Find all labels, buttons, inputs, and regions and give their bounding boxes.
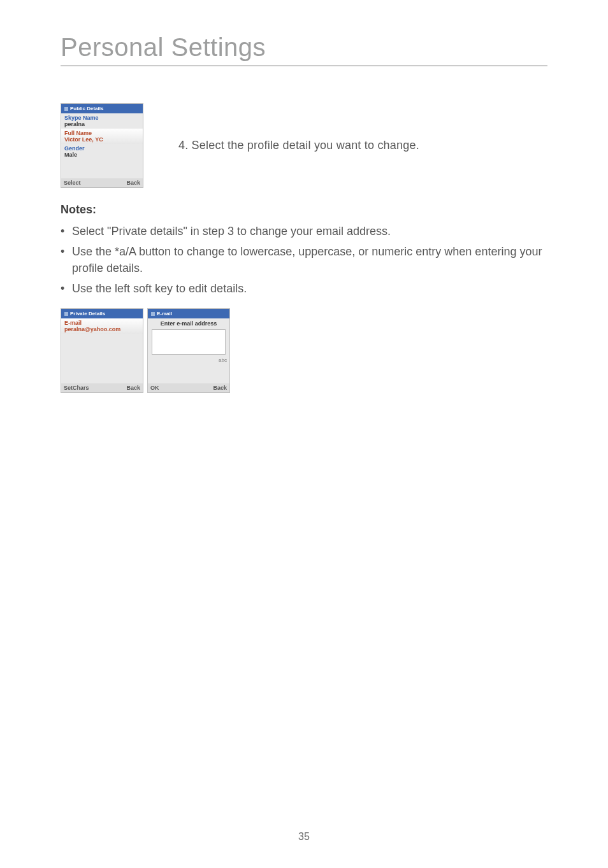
- mock2-f1-value: peralna@yahoo.com: [64, 326, 120, 332]
- note-item: Use the left soft key to edit details.: [61, 280, 547, 297]
- mock3-header: E-mail: [157, 311, 172, 317]
- mock2-field-email: E-mail peralna@yahoo.com: [61, 318, 143, 334]
- mock1-soft-left: Select: [64, 180, 81, 186]
- mock-private-details: Private Details E-mail peralna@yahoo.com…: [61, 308, 143, 393]
- mock3-abc: abc: [219, 357, 229, 363]
- mock1-f3-value: Male: [64, 152, 77, 158]
- mock3-soft-right: Back: [213, 385, 227, 391]
- step-row: Public Details Skype Name peralna Full N…: [61, 103, 547, 188]
- mock3-prompt: Enter e-mail address: [148, 318, 229, 327]
- mock2-header-bar: Private Details: [61, 309, 143, 318]
- square-icon: [64, 107, 68, 111]
- mock2-soft-left: SetChars: [64, 385, 89, 391]
- notes-heading: Notes:: [61, 203, 547, 217]
- mock1-f1-label: Skype Name: [64, 115, 140, 121]
- square-icon: [151, 312, 155, 316]
- mock1-field-fullname: Full Name Victor Lee, YC: [61, 129, 143, 144]
- page-number: 35: [0, 831, 608, 843]
- mock1-f2-value: Victor Lee, YC: [64, 136, 103, 143]
- mock3-header-bar: E-mail: [148, 309, 229, 318]
- mock3-softkeys: OK Back: [148, 383, 229, 392]
- mock-row-2: Private Details E-mail peralna@yahoo.com…: [61, 308, 547, 393]
- mock2-header: Private Details: [70, 311, 105, 317]
- page-title: Personal Settings: [61, 33, 547, 62]
- mock3-soft-left: OK: [150, 385, 159, 391]
- mock1-f3-label: Gender: [64, 145, 140, 152]
- title-rule: [61, 66, 547, 66]
- step-4-text: 4. Select the profile detail you want to…: [178, 139, 419, 152]
- mock2-f1-label: E-mail: [64, 320, 140, 326]
- mock-email-entry: E-mail Enter e-mail address abc OK Back: [147, 308, 230, 393]
- notes-list: Select "Private details" in step 3 to ch…: [61, 223, 547, 297]
- mock1-softkeys: Select Back: [61, 178, 143, 187]
- mock1-header: Public Details: [70, 106, 103, 111]
- mock1-header-bar: Public Details: [61, 104, 143, 113]
- mock1-f2-label: Full Name: [64, 130, 140, 136]
- mock-public-details: Public Details Skype Name peralna Full N…: [61, 103, 143, 188]
- mock2-soft-right: Back: [126, 385, 140, 391]
- mock1-field-gender: Gender Male: [61, 144, 143, 159]
- note-item: Use the *a/A button to change to lowerca…: [61, 243, 547, 276]
- mock1-soft-right: Back: [126, 180, 140, 186]
- note-item: Select "Private details" in step 3 to ch…: [61, 223, 547, 239]
- mock1-f1-value: peralna: [64, 121, 85, 127]
- mock2-softkeys: SetChars Back: [61, 383, 143, 392]
- square-icon: [64, 312, 68, 316]
- mock3-input: [152, 329, 226, 355]
- mock1-field-skype: Skype Name peralna: [61, 113, 143, 129]
